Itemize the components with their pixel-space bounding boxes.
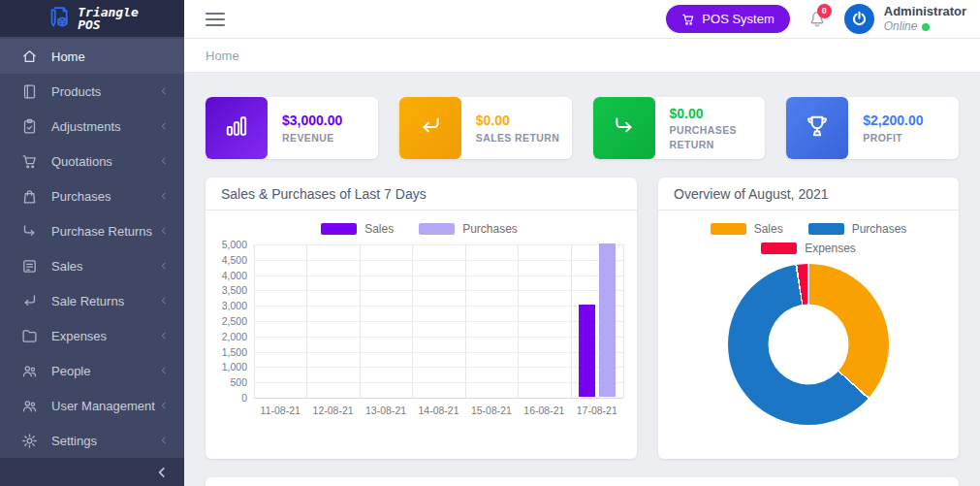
legend-swatch xyxy=(808,223,844,235)
sidebar-item-label: Products xyxy=(51,84,159,99)
bar-purchases-17-08-21 xyxy=(599,243,616,397)
power-icon xyxy=(850,10,869,28)
sidebar-item-label: Sales xyxy=(51,259,159,274)
chevron-left-icon xyxy=(159,226,169,236)
cart-icon xyxy=(681,13,695,26)
donut-chart-title: Overview of August, 2021 xyxy=(658,178,959,211)
hamburger-menu-icon[interactable] xyxy=(205,9,225,30)
dashboard-content: $3,000.00REVENUE$0.00SALES RETURN$0.00PU… xyxy=(184,73,980,486)
bar-chart-icon xyxy=(224,113,249,143)
user-info: Administrator Online xyxy=(884,4,966,34)
chevron-left-icon xyxy=(159,121,169,131)
expenses-icon xyxy=(21,328,38,344)
sales-purchases-chart-panel: Sales & Purchases of Last 7 Days SalesPu… xyxy=(205,178,637,459)
home-icon xyxy=(21,49,38,65)
user-name: Administrator xyxy=(884,4,966,19)
sidebar: TrianglePOS HomeProductsAdjustmentsQuota… xyxy=(0,0,184,486)
bar-chart-legend: SalesPurchases xyxy=(215,222,623,236)
sidebar-collapse-button[interactable] xyxy=(0,458,184,486)
chevron-left-icon xyxy=(159,191,169,201)
sidebar-item-user-management[interactable]: User Management xyxy=(0,388,184,423)
stat-iconbox xyxy=(399,97,461,159)
notification-badge: 0 xyxy=(817,4,832,18)
stat-iconbox xyxy=(593,97,655,159)
corner-down-right-icon xyxy=(612,113,637,143)
chevron-left-icon xyxy=(159,296,169,306)
legend-swatch xyxy=(761,243,797,254)
stat-value: $2,200.00 xyxy=(863,111,923,130)
donut-chart xyxy=(728,264,889,425)
sidebar-item-home[interactable]: Home xyxy=(0,39,184,74)
legend-item-expenses[interactable]: Expenses xyxy=(761,242,856,255)
user-avatar[interactable] xyxy=(844,4,874,34)
sidebar-item-label: Quotations xyxy=(51,154,159,169)
bar-chart-y-axis: 05001,0001,5002,0002,5003,0003,5004,0004… xyxy=(215,244,254,398)
legend-item-sales[interactable]: Sales xyxy=(321,222,394,236)
chevron-left-icon xyxy=(159,436,169,445)
chevron-left-icon xyxy=(155,466,169,479)
breadcrumb: Home xyxy=(205,49,239,63)
sidebar-item-settings[interactable]: Settings xyxy=(0,423,184,458)
sidebar-item-adjustments[interactable]: Adjustments xyxy=(0,109,184,144)
sidebar-item-label: User Management xyxy=(51,399,159,413)
bottom-panel xyxy=(205,477,959,486)
chevron-left-icon xyxy=(159,331,169,340)
user-status: Online xyxy=(884,19,966,34)
sidebar-item-label: Purchase Returns xyxy=(51,224,159,239)
main-area: POS System 0 Administrator xyxy=(184,0,980,486)
sidebar-item-sale-returns[interactable]: Sale Returns xyxy=(0,283,184,318)
sidebar-item-purchase-returns[interactable]: Purchase Returns xyxy=(0,213,184,248)
sidebar-item-people[interactable]: People xyxy=(0,353,184,388)
sidebar-item-label: People xyxy=(51,364,159,378)
sidebar-item-expenses[interactable]: Expenses xyxy=(0,318,184,353)
trophy-icon xyxy=(805,113,830,143)
chevron-left-icon xyxy=(159,156,169,166)
stat-iconbox xyxy=(786,97,848,159)
stat-card-sales-return: $0.00SALES RETURN xyxy=(399,97,572,159)
sidebar-item-purchases[interactable]: Purchases xyxy=(0,178,184,213)
sales-icon xyxy=(21,258,38,275)
sidebar-item-products[interactable]: Products xyxy=(0,74,184,109)
overview-donut-panel: Overview of August, 2021 SalesPurchasesE… xyxy=(658,178,959,459)
user-management-icon xyxy=(21,398,38,414)
stat-label: SALES RETURN xyxy=(476,131,559,146)
notifications-button[interactable]: 0 xyxy=(807,10,827,29)
stats-row: $3,000.00REVENUE$0.00SALES RETURN$0.00PU… xyxy=(205,97,959,159)
sidebar-item-quotations[interactable]: Quotations xyxy=(0,144,184,178)
chevron-left-icon xyxy=(159,401,169,410)
brand-logo[interactable]: TrianglePOS xyxy=(0,0,184,37)
legend-item-purchases[interactable]: Purchases xyxy=(808,222,907,236)
stat-card-purchases-return: $0.00PURCHASES RETURN xyxy=(593,97,766,159)
bar-sales-17-08-21 xyxy=(579,305,595,397)
people-icon xyxy=(21,363,38,379)
chevron-left-icon xyxy=(159,366,169,375)
products-icon xyxy=(21,83,38,100)
stat-card-revenue: $3,000.00REVENUE xyxy=(205,97,378,159)
purchase-returns-icon xyxy=(21,223,38,240)
sale-returns-icon xyxy=(21,293,38,309)
stat-value: $3,000.00 xyxy=(282,111,342,130)
sidebar-item-label: Home xyxy=(51,49,169,64)
donut-chart-legend: SalesPurchasesExpenses xyxy=(692,222,925,255)
quotations-icon xyxy=(21,153,38,170)
sidebar-item-sales[interactable]: Sales xyxy=(0,248,184,283)
sidebar-item-label: Adjustments xyxy=(51,119,159,134)
pos-system-button[interactable]: POS System xyxy=(666,5,789,33)
stat-label: PROFIT xyxy=(863,131,923,146)
legend-swatch xyxy=(419,223,455,235)
breadcrumb-bar: Home xyxy=(184,39,980,73)
legend-item-sales[interactable]: Sales xyxy=(711,222,783,236)
sidebar-item-label: Purchases xyxy=(51,189,159,204)
bar-chart-plot xyxy=(254,244,623,398)
legend-item-purchases[interactable]: Purchases xyxy=(419,222,518,236)
settings-icon xyxy=(21,433,38,449)
chevron-left-icon xyxy=(159,261,169,271)
stat-value: $0.00 xyxy=(670,104,766,123)
brand-name: TrianglePOS xyxy=(78,6,139,32)
sidebar-nav: HomeProductsAdjustmentsQuotationsPurchas… xyxy=(0,37,184,458)
online-status-dot xyxy=(922,23,930,31)
chevron-left-icon xyxy=(159,86,169,96)
top-header: POS System 0 Administrator xyxy=(184,0,980,39)
bar-chart-title: Sales & Purchases of Last 7 Days xyxy=(205,178,637,211)
bar-chart-x-axis: 11-08-2112-08-2113-08-2114-08-2115-08-21… xyxy=(254,405,623,416)
